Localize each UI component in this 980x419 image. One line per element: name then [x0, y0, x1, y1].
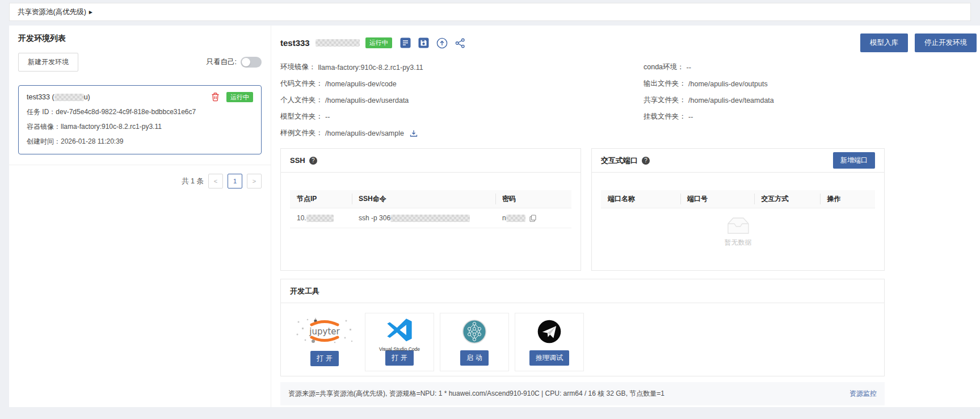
- env-list-panel: 开发环境列表 新建开发环境 只看自己: test333 (u): [9, 26, 271, 407]
- pagination: 共 1 条 < 1 >: [18, 174, 262, 188]
- delete-env-button[interactable]: [211, 93, 220, 102]
- ssh-help-icon[interactable]: ?: [309, 157, 317, 165]
- model-save-button[interactable]: 模型入库: [860, 33, 908, 52]
- ports-empty-text: 暂无数据: [725, 238, 752, 248]
- ssh-row: 10. ssh -p 306 n: [290, 208, 571, 228]
- env-created-time: 创建时间：2026-01-28 11:20:39: [27, 137, 253, 146]
- download-icon: [410, 129, 418, 137]
- info-shared-folder: 共享文件夹：/home/apulis-dev/teamdata: [643, 95, 885, 105]
- upload-button[interactable]: [436, 37, 448, 49]
- ports-help-icon[interactable]: ?: [642, 157, 650, 165]
- netron-logo-icon: [440, 317, 508, 346]
- ssh-title: SSH: [290, 156, 305, 165]
- tool-tile-netron: 启 动: [440, 313, 509, 371]
- svg-text:jupyter: jupyter: [309, 326, 340, 337]
- divider: [9, 165, 271, 165]
- copy-password-button[interactable]: [529, 215, 536, 222]
- ports-empty-state: 暂无数据: [601, 208, 875, 248]
- empty-inbox-icon: [724, 216, 753, 236]
- ssh-col-ip: 节点IP: [290, 190, 352, 208]
- inference-logo-icon: [515, 317, 583, 346]
- info-user-folder: 个人文件夹：/home/apulis-dev/userdata: [280, 95, 643, 105]
- ssh-table: 节点IP SSH命令 密码 10. ssh -p 306 n: [290, 190, 571, 228]
- resource-spec-text: 资源来源=共享资源池(高优先级), 资源规格=NPU: 1 * huawei.c…: [288, 389, 664, 399]
- env-info: 环境镜像：llama-factory:910c-8.2.rc1-py3.11 代…: [280, 62, 885, 145]
- start-netron-button[interactable]: 启 动: [460, 350, 488, 366]
- document-icon: [400, 37, 411, 48]
- tool-tile-vscode: Visual Studio Code 打 开: [365, 313, 434, 371]
- add-port-button[interactable]: 新增端口: [833, 152, 875, 169]
- env-owner-redacted: [54, 94, 84, 101]
- ports-col-action: 操作: [820, 190, 875, 208]
- trash-icon: [211, 93, 220, 102]
- ssh-command: ssh -p 306: [352, 208, 495, 228]
- env-detail-panel: test333 运行中: [271, 26, 980, 407]
- ports-card: 交互式端口 ? 新增端口 端口名称 端口号 交互方式 操作: [591, 148, 885, 271]
- ssh-col-cmd: SSH命令: [352, 190, 495, 208]
- vscode-label: Visual Studio Code: [365, 346, 434, 352]
- ssh-password: n: [495, 208, 571, 228]
- ssh-card: SSH ? 节点IP SSH命令 密码: [280, 148, 581, 271]
- env-image: 容器镜像：llama-factory:910c-8.2.rc1-py3.11: [27, 122, 253, 132]
- tool-tile-jupyter: jupyter 打 开: [290, 313, 359, 371]
- ssh-node-ip: 10.: [290, 208, 352, 228]
- info-code-folder: 代码文件夹：/home/apulis-dev/code: [280, 79, 643, 89]
- page-1-button[interactable]: 1: [228, 174, 242, 188]
- env-card-test333[interactable]: test333 (u) 运行中 任务 ID：dev-: [18, 85, 262, 154]
- env-status-badge: 运行中: [226, 92, 253, 102]
- env-name: test333 (u): [27, 93, 90, 101]
- tool-tile-inference: 推理调试: [515, 313, 584, 371]
- info-conda-env: conda环境：--: [643, 62, 885, 72]
- env-list-title: 开发环境列表: [18, 33, 262, 44]
- resource-footer: 资源来源=共享资源池(高优先级), 资源规格=NPU: 1 * huawei.c…: [280, 382, 885, 405]
- ports-title: 交互式端口: [601, 156, 638, 166]
- breadcrumb[interactable]: 共享资源池(高优先级) ▶: [18, 7, 92, 17]
- tools-title: 开发工具: [290, 286, 319, 296]
- next-page-button[interactable]: >: [247, 174, 262, 188]
- ports-col-mode: 交互方式: [754, 190, 820, 208]
- env-task-id: 任务 ID：dev-7d5e4c8d-9822-4c9f-818e-bdbbce…: [27, 107, 253, 117]
- open-vscode-button[interactable]: 打 开: [385, 350, 413, 366]
- breadcrumb-label: 共享资源池(高优先级): [18, 7, 86, 17]
- info-model-folder: 模型文件夹：--: [280, 112, 643, 121]
- upload-icon: [436, 37, 448, 49]
- pagination-total: 共 1 条: [182, 177, 204, 186]
- only-mine-label: 只看自己:: [207, 57, 237, 67]
- new-env-button[interactable]: 新建开发环境: [18, 53, 78, 72]
- save-image-button[interactable]: [418, 37, 429, 48]
- sample-download-button[interactable]: [410, 129, 418, 137]
- save-icon: [418, 37, 429, 48]
- tools-card: 开发工具 jupyter: [280, 279, 885, 376]
- breadcrumb-bar: 共享资源池(高优先级) ▶: [9, 3, 971, 21]
- detail-owner-redacted: [316, 39, 360, 47]
- share-button[interactable]: [455, 38, 465, 48]
- jupyter-logo-icon: jupyter: [290, 316, 359, 346]
- info-mount-folder: 挂载文件夹：--: [643, 112, 885, 121]
- vscode-logo-icon: [365, 317, 434, 345]
- ports-col-name: 端口名称: [601, 190, 680, 208]
- stop-env-button[interactable]: 停止开发环境: [915, 33, 977, 52]
- share-icon: [455, 38, 465, 48]
- ports-table: 端口名称 端口号 交互方式 操作: [601, 190, 875, 208]
- resource-monitor-link[interactable]: 资源监控: [849, 389, 877, 399]
- copy-icon: [529, 215, 536, 222]
- breadcrumb-arrow-icon: ▶: [89, 10, 92, 15]
- detail-status-badge: 运行中: [365, 37, 392, 48]
- ssh-col-pwd: 密码: [495, 190, 571, 208]
- detail-title: test333: [280, 38, 310, 48]
- prev-page-button[interactable]: <: [208, 174, 223, 188]
- log-button[interactable]: [400, 37, 411, 48]
- only-mine-toggle[interactable]: [241, 57, 262, 68]
- main-panel: 开发环境列表 新建开发环境 只看自己: test333 (u): [9, 26, 980, 407]
- inference-debug-button[interactable]: 推理调试: [529, 350, 569, 366]
- info-sample-folder: 样例文件夹：/home/apulis-dev/sample: [280, 128, 643, 138]
- toggle-knob: [242, 58, 250, 66]
- info-output-folder: 输出文件夹：/home/apulis-dev/outputs: [643, 79, 885, 89]
- open-jupyter-button[interactable]: 打 开: [310, 351, 338, 366]
- info-env-image: 环境镜像：llama-factory:910c-8.2.rc1-py3.11: [280, 62, 643, 72]
- ports-col-number: 端口号: [680, 190, 754, 208]
